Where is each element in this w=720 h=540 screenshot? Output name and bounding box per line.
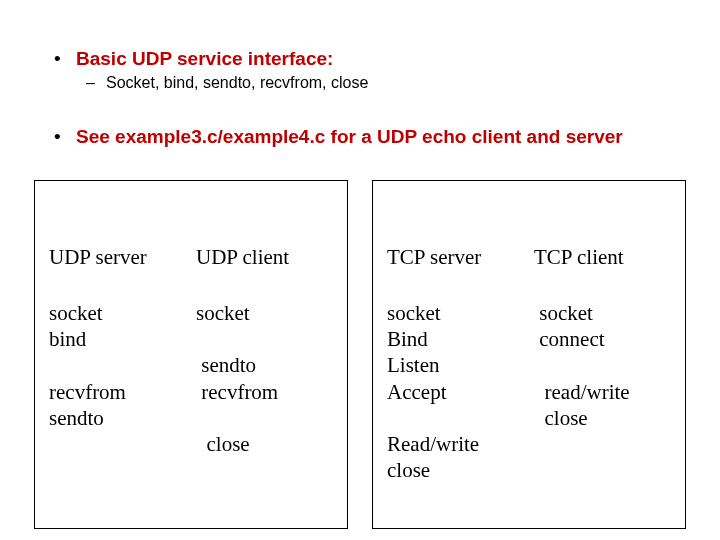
tcp-server-body: socket Bind Listen Accept Read/write clo…	[387, 301, 479, 483]
sub-bullet-list-1: Socket, bind, sendto, recvfrom, close	[76, 74, 680, 92]
sub-bullet-1: Socket, bind, sendto, recvfrom, close	[76, 74, 680, 92]
comparison-boxes: UDP serversocket bind recvfrom sendto UD…	[34, 180, 686, 529]
udp-server-heading: UDP server	[49, 244, 186, 270]
spacer	[40, 100, 680, 126]
bullet-1: Basic UDP service interface: Socket, bin…	[40, 48, 680, 92]
bullet-1-text: Basic UDP service interface:	[76, 48, 333, 69]
udp-columns: UDP serversocket bind recvfrom sendto UD…	[49, 191, 333, 484]
top-bullet-list-2: See example3.c/example4.c for a UDP echo…	[40, 126, 680, 148]
tcp-server-column: TCP serversocket Bind Listen Accept Read…	[387, 191, 524, 510]
bullet-2-text: See example3.c/example4.c for a UDP echo…	[76, 126, 623, 147]
udp-client-column: UDP clientsocket sendto recvfrom close	[196, 191, 333, 484]
udp-client-heading: UDP client	[196, 244, 333, 270]
tcp-columns: TCP serversocket Bind Listen Accept Read…	[387, 191, 671, 510]
tcp-client-heading: TCP client	[534, 244, 671, 270]
tcp-server-heading: TCP server	[387, 244, 524, 270]
slide: Basic UDP service interface: Socket, bin…	[0, 0, 720, 540]
udp-server-column: UDP serversocket bind recvfrom sendto	[49, 191, 186, 484]
bullet-2: See example3.c/example4.c for a UDP echo…	[40, 126, 680, 148]
top-bullet-list: Basic UDP service interface: Socket, bin…	[40, 48, 680, 92]
udp-box: UDP serversocket bind recvfrom sendto UD…	[34, 180, 348, 529]
udp-server-body: socket bind recvfrom sendto	[49, 301, 126, 430]
udp-client-body: socket sendto recvfrom close	[196, 301, 278, 456]
tcp-client-body: socket connect read/write close	[534, 301, 630, 430]
tcp-client-column: TCP client socket connect read/write clo…	[534, 191, 671, 510]
tcp-box: TCP serversocket Bind Listen Accept Read…	[372, 180, 686, 529]
